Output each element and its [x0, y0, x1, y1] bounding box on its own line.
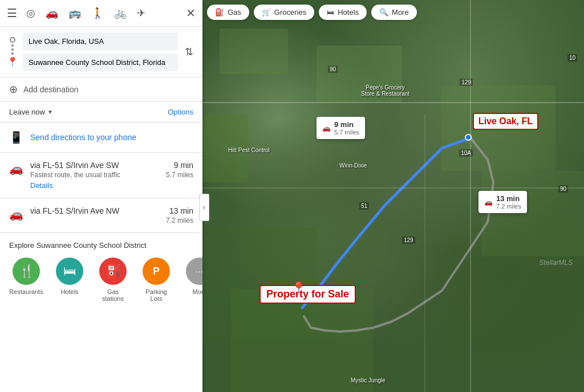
more-label: More [192, 288, 202, 295]
explore-gas-stations[interactable]: ⛽ Gas stations [96, 258, 130, 302]
dot-2 [11, 48, 14, 51]
bubble1-dist: 5.7 miles [334, 129, 359, 136]
leave-now-label: Leave now [9, 108, 45, 116]
car-icon-bubble1: 🚗 [322, 124, 331, 132]
search-inputs [23, 32, 178, 71]
winn-dixie-label: Winn-Dixie [339, 162, 367, 169]
route-name-1: via FL-51 S/Irvin Ave SW [30, 161, 159, 170]
add-icon: ⊕ [9, 83, 18, 96]
send-directions-label: Send directions to your phone [30, 133, 136, 142]
bicycle-icon[interactable]: 🚲 [112, 5, 129, 22]
explore-icon[interactable]: ◎ [24, 5, 38, 22]
property-location-pin: 📍 [291, 281, 306, 296]
route-info-bubble-2: 🚗 13 min 7.2 miles [478, 191, 527, 213]
stellarmls-watermark: StellarMLS [539, 259, 573, 267]
car-icon-bubble2: 🚗 [484, 198, 493, 206]
groceries-filter-label: Groceries [274, 8, 306, 17]
chevron-down-icon: ▼ [47, 109, 53, 115]
route-dots: 📍 [7, 37, 18, 67]
destination-pin-icon: 📍 [7, 56, 18, 67]
add-destination-label: Add destination [23, 85, 79, 94]
live-oak-location-dot [465, 134, 472, 141]
leave-now-bar: Leave now ▼ Options [0, 102, 202, 122]
origin-dot [10, 37, 15, 43]
hotels-filter-chip[interactable]: 🛏 Hotels [319, 5, 367, 20]
car-route-icon-1: 🚗 [9, 162, 23, 175]
top-nav: ☰ ◎ 🚗 🚌 🚶 🚲 ✈ ✕ [0, 0, 202, 27]
explore-more[interactable]: ··· More [182, 258, 202, 302]
live-oak-map-label: Live Oak, FL [473, 113, 538, 130]
filter-bar: ⛽ Gas 🛒 Groceries 🛏 Hotels 🔍 More [207, 5, 417, 20]
left-panel: ☰ ◎ 🚗 🚌 🚶 🚲 ✈ ✕ 📍 ⇅ ⊕ Add destination [0, 0, 202, 392]
transit-icon[interactable]: 🚌 [66, 5, 83, 22]
hotels-circle: 🛏 [56, 258, 83, 285]
gas-filter-icon: ⛽ [215, 8, 224, 17]
gas-circle: ⛽ [99, 258, 127, 285]
gas-label: Gas stations [96, 288, 130, 302]
hwy-10-label: 10 [567, 54, 577, 62]
hotels-filter-label: Hotels [338, 8, 359, 17]
menu-icon[interactable]: ☰ [7, 6, 17, 20]
explore-restaurants[interactable]: 🍴 Restaurants [9, 258, 43, 302]
route-distance-2: 7.2 miles [166, 217, 193, 224]
dot-3 [11, 52, 14, 55]
leave-now-button[interactable]: Leave now ▼ [9, 108, 53, 116]
bubble2-time: 13 min [496, 194, 521, 203]
search-area: 📍 ⇅ [0, 27, 202, 77]
more-circle: ··· [186, 258, 202, 285]
more-filter-chip[interactable]: 🔍 More [371, 5, 417, 20]
route-time-2: 13 min [166, 206, 193, 215]
explore-parking[interactable]: P Parking Lots [139, 258, 173, 302]
route-option-1[interactable]: 🚗 via FL-51 S/Irvin Ave SW Fastest route… [0, 153, 202, 198]
route-info-1: via FL-51 S/Irvin Ave SW Fastest route, … [30, 161, 159, 190]
route-desc-1: Fastest route, the usual traffic [30, 171, 159, 179]
route-info-bubble-1: 🚗 9 min 5.7 miles [317, 117, 365, 139]
route-meta-2: 13 min 7.2 miles [166, 206, 193, 224]
map-satellite-view: ⛽ Gas 🛒 Groceries 🛏 Hotels 🔍 More [202, 0, 584, 392]
options-link[interactable]: Options [168, 108, 193, 116]
map-area[interactable]: ⛽ Gas 🛒 Groceries 🛏 Hotels 🔍 More [202, 0, 584, 392]
explore-title: Explore Suwannee County School District [9, 241, 193, 250]
restaurants-circle: 🍴 [13, 258, 40, 285]
parking-label: Parking Lots [139, 288, 173, 302]
route-time-1: 9 min [166, 161, 193, 170]
groceries-filter-icon: 🛒 [262, 8, 271, 17]
more-filter-label: More [392, 8, 409, 17]
add-destination-button[interactable]: ⊕ Add destination [0, 77, 202, 102]
restaurants-label: Restaurants [9, 288, 43, 295]
transport-mode-selector: ◎ 🚗 🚌 🚶 🚲 ✈ [24, 5, 179, 22]
route-name-2: via FL-51 S/Irvin Ave NW [30, 206, 159, 215]
route-meta-1: 9 min 5.7 miles [166, 161, 193, 179]
bubble2-dist: 7.2 miles [496, 203, 521, 210]
property-for-sale-label: Property for Sale [259, 285, 356, 304]
route-distance-1: 5.7 miles [166, 171, 193, 179]
hotels-filter-icon: 🛏 [327, 8, 334, 17]
hwy-129-label-2: 129 [402, 236, 415, 244]
hwy-51-label: 51 [359, 202, 369, 210]
explore-items: 🍴 Restaurants 🛏 Hotels ⛽ Gas stations P … [9, 258, 193, 302]
more-filter-search-icon: 🔍 [379, 8, 388, 17]
route-info-2: via FL-51 S/Irvin Ave NW [30, 206, 159, 215]
bubble1-time: 9 min [334, 120, 359, 129]
car-icon[interactable]: 🚗 [43, 5, 60, 22]
dot-1 [11, 44, 14, 47]
route-option-2[interactable]: 🚗 via FL-51 S/Irvin Ave NW 13 min 7.2 mi… [0, 198, 202, 233]
send-directions-button[interactable]: 📱 Send directions to your phone [0, 122, 202, 153]
close-icon[interactable]: ✕ [186, 6, 196, 20]
flight-icon[interactable]: ✈ [135, 5, 148, 22]
swap-directions-button[interactable]: ⇅ [182, 43, 196, 60]
hotels-label: Hotels [60, 288, 78, 295]
explore-hotels[interactable]: 🛏 Hotels [52, 258, 87, 302]
gas-filter-chip[interactable]: ⛽ Gas [207, 5, 249, 20]
origin-input[interactable] [23, 32, 178, 50]
route-details-link-1[interactable]: Details [30, 181, 159, 190]
explore-section: Explore Suwannee County School District … [0, 233, 202, 392]
destination-input[interactable] [23, 54, 178, 71]
send-to-phone-icon: 📱 [9, 130, 23, 144]
groceries-filter-chip[interactable]: 🛒 Groceries [254, 5, 314, 20]
parking-circle: P [143, 258, 170, 285]
gas-filter-label: Gas [228, 8, 241, 17]
walk-icon[interactable]: 🚶 [89, 5, 106, 22]
collapse-panel-button[interactable]: ‹ [199, 194, 209, 221]
car-route-icon-2: 🚗 [9, 207, 23, 221]
